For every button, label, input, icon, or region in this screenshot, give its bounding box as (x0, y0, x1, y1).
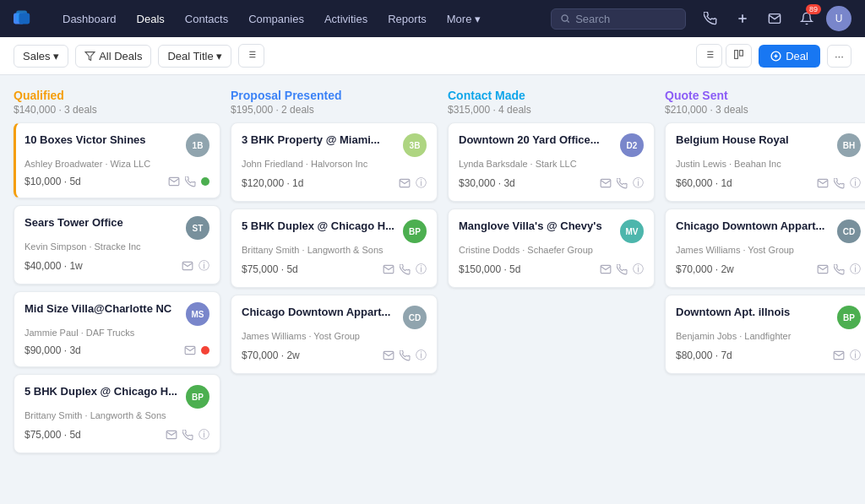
col-title-proposal: Proposal Presented (231, 89, 438, 102)
email-icon[interactable] (833, 350, 845, 361)
nav-contacts[interactable]: Contacts (177, 8, 237, 30)
card-amount: $120,000 · 1d (242, 177, 303, 189)
deal-card[interactable]: Belgium House Royal BH Justin Lewis · Be… (665, 122, 865, 202)
info-icon: ⓘ (416, 176, 427, 191)
phone-icon[interactable] (617, 178, 628, 189)
card-title: Sears Tower Office (24, 216, 179, 230)
phone-icon[interactable] (185, 176, 196, 187)
filter-button[interactable]: All Deals (75, 45, 151, 68)
user-avatar[interactable]: U (826, 6, 851, 31)
card-avatar: D2 (620, 133, 644, 157)
card-actions: ⓘ (833, 348, 861, 363)
email-icon[interactable] (600, 263, 612, 275)
add-icon-btn[interactable] (730, 6, 755, 31)
sort-button[interactable]: Deal Title ▾ (158, 45, 231, 68)
card-avatar: BP (186, 385, 209, 409)
deal-card[interactable]: 3 BHK Property @ Miami... 3B John Friedl… (231, 122, 438, 202)
email-icon[interactable] (383, 350, 394, 361)
phone-icon[interactable] (617, 264, 628, 275)
nav-more[interactable]: More ▾ (438, 8, 489, 30)
search-input[interactable] (575, 13, 677, 25)
card-title: Chicago Downtown Appart... (676, 219, 830, 234)
card-avatar: CD (837, 219, 861, 243)
phone-icon-btn[interactable] (698, 6, 723, 31)
nav-deals[interactable]: Deals (128, 8, 173, 30)
pipeline-selector[interactable]: Sales ▾ (14, 45, 68, 68)
email-icon[interactable] (600, 177, 612, 189)
card-actions: ⓘ (817, 176, 861, 191)
deal-card[interactable]: 5 BHK Duplex @ Chicago H... BP Brittany … (231, 209, 438, 288)
view-toggle (696, 44, 752, 68)
card-subtitle: James Williams · Yost Group (242, 331, 427, 341)
info-icon: ⓘ (199, 427, 209, 442)
card-avatar: 1B (186, 133, 209, 157)
deal-card[interactable]: Downtown Apt. illnois BP Benjamin Jobs ·… (665, 295, 865, 374)
card-amount: $75,000 · 5d (24, 429, 81, 441)
phone-icon[interactable] (182, 430, 193, 441)
card-amount: $75,000 · 5d (242, 263, 298, 275)
phone-icon[interactable] (400, 264, 411, 275)
card-amount: $60,000 · 1d (676, 177, 732, 189)
email-icon[interactable] (182, 260, 193, 272)
sort-order-button[interactable] (238, 44, 264, 68)
card-title: Belgium House Royal (676, 133, 830, 148)
kanban-view-button[interactable] (726, 44, 752, 68)
list-view-button[interactable] (696, 44, 722, 68)
email-icon[interactable] (168, 176, 180, 187)
card-title: Downtown Apt. illnois (676, 306, 830, 320)
card-title: 3 BHK Property @ Miami... (242, 133, 396, 148)
filter-label: All Deals (99, 50, 142, 62)
card-subtitle: James Williams · Yost Group (676, 245, 861, 255)
info-icon: ⓘ (850, 176, 861, 191)
email-icon[interactable] (817, 177, 829, 189)
sort-order-icon (246, 49, 257, 60)
card-amount: $10,000 · 5d (24, 176, 81, 187)
search-box[interactable] (551, 8, 686, 30)
deal-card[interactable]: Mid Size Villa@Charlotte NC MS Jammie Pa… (14, 291, 220, 367)
phone-icon[interactable] (834, 178, 845, 189)
app-logo[interactable] (14, 10, 41, 27)
phone-icon[interactable] (834, 264, 845, 275)
deal-card[interactable]: Manglove Villa's @ Chevy's MV Cristine D… (448, 209, 655, 288)
email-icon[interactable] (166, 429, 177, 441)
card-actions: ⓘ (817, 262, 861, 277)
email-icon-btn[interactable] (762, 6, 787, 31)
info-icon: ⓘ (633, 176, 644, 191)
deal-card[interactable]: Chicago Downtown Appart... CD James Will… (231, 295, 438, 374)
card-avatar: CD (403, 306, 427, 329)
more-dots-icon: ··· (835, 50, 844, 62)
kanban-column-quote-sent: Quote Sent $210,000 · 3 deals Belgium Ho… (665, 89, 865, 485)
notification-icon-btn[interactable]: 89 (794, 6, 819, 31)
email-icon[interactable] (399, 177, 411, 189)
add-deal-button[interactable]: Deal (759, 45, 820, 68)
info-icon: ⓘ (199, 258, 209, 274)
deal-card[interactable]: Chicago Downtown Appart... CD James Will… (665, 209, 865, 288)
email-icon[interactable] (817, 263, 829, 275)
card-avatar: MV (620, 219, 644, 243)
nav-dashboard[interactable]: Dashboard (54, 8, 125, 30)
card-subtitle: Lynda Barksdale · Stark LLC (459, 159, 644, 169)
card-actions: ⓘ (600, 176, 644, 191)
card-subtitle: Jammie Paul · DAF Trucks (24, 328, 209, 338)
nav-activities[interactable]: Activities (316, 8, 376, 30)
card-title: Manglove Villa's @ Chevy's (459, 219, 613, 234)
filter-icon (84, 51, 95, 62)
more-options-button[interactable]: ··· (827, 45, 851, 68)
nav-companies[interactable]: Companies (240, 8, 313, 30)
card-avatar: BH (837, 133, 861, 157)
svg-rect-20 (735, 51, 738, 59)
card-subtitle: Brittany Smith · Langworth & Sons (24, 410, 209, 420)
card-amount: $30,000 · 3d (459, 177, 515, 189)
email-icon[interactable] (184, 344, 196, 356)
nav-reports[interactable]: Reports (379, 8, 435, 30)
deal-card[interactable]: 5 BHK Duplex @ Chicago H... BP Brittany … (14, 374, 220, 453)
card-title: 10 Boxes Victor Shines (24, 133, 179, 148)
email-icon[interactable] (383, 263, 394, 275)
deal-card[interactable]: Sears Tower Office ST Kevin Simpson · St… (14, 205, 220, 285)
card-subtitle: Ashley Broadwater · Wiza LLC (24, 159, 209, 169)
add-deal-label: Deal (786, 50, 808, 62)
search-icon (560, 13, 570, 24)
deal-card[interactable]: Downtown 20 Yard Office... D2 Lynda Bark… (448, 122, 655, 202)
phone-icon[interactable] (400, 350, 411, 361)
deal-card[interactable]: 10 Boxes Victor Shines 1B Ashley Broadwa… (14, 122, 220, 198)
